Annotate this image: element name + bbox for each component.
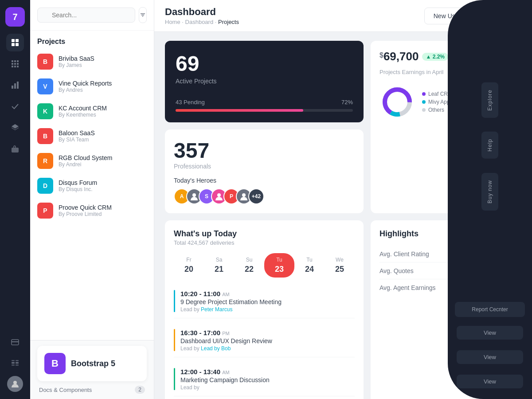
project-item[interactable]: D Disqus Forum By Disqus Inc. xyxy=(34,173,150,198)
svg-rect-20 xyxy=(12,341,19,342)
project-by: By James xyxy=(59,62,94,68)
search-wrap: 🔍 xyxy=(37,8,135,23)
sidebar-bottom: B Bootstrap 5 Docs & Components 2 xyxy=(30,340,154,399)
project-name: Disqus Forum xyxy=(59,179,97,186)
event-period: AM xyxy=(222,292,230,297)
explore-button[interactable]: Explore xyxy=(481,82,498,118)
day-name: We xyxy=(326,257,353,263)
sidebar: 🔍 Projects B Briviba SaaS By James V Vin… xyxy=(30,0,154,399)
active-projects-card: 69 Active Projects 43 Pending 72% xyxy=(165,41,364,122)
event-period: PM xyxy=(222,331,230,336)
buy-now-button[interactable]: Buy now xyxy=(481,173,498,211)
event-lead-link[interactable]: Lead by Bob xyxy=(201,345,231,352)
svg-rect-8 xyxy=(14,63,16,65)
nav-icon-chart[interactable] xyxy=(6,76,24,94)
bootstrap-card: B Bootstrap 5 xyxy=(37,346,147,381)
breadcrumb-area: Dashboard Home · Dashboard · Projects xyxy=(165,6,239,25)
help-button[interactable]: Help xyxy=(481,132,498,159)
project-item[interactable]: P Proove Quick CRM By Proove Limited xyxy=(34,198,150,223)
sidebar-header: 🔍 xyxy=(30,0,154,31)
calendar-day[interactable]: Fr 20 xyxy=(174,253,204,278)
breadcrumb-home: Home xyxy=(165,19,180,25)
sidebar-title: Projects xyxy=(30,31,154,49)
event-period: AM xyxy=(222,370,230,375)
today-title: What's up Today xyxy=(174,229,355,239)
event-item: 16:30 - 17:00 PM Dashboard UI/UX Design … xyxy=(174,324,355,357)
calendar-day[interactable]: Sa 21 xyxy=(204,253,234,278)
calendar-day[interactable]: Tu 23 xyxy=(264,253,294,278)
event-lead-link[interactable]: Peter Marcus xyxy=(201,306,232,313)
user-avatar[interactable] xyxy=(7,376,23,392)
project-by: By Proove Limited xyxy=(59,211,112,217)
event-name: 9 Degree Project Estimation Meeting xyxy=(180,298,282,305)
project-item[interactable]: R RGB Cloud System By Andrei xyxy=(34,149,150,173)
svg-rect-25 xyxy=(12,364,15,366)
earnings-badge: ▲ 2.2% xyxy=(422,53,448,61)
highlight-label: Avg. Client Rating xyxy=(379,250,429,258)
day-name: Su xyxy=(236,257,262,263)
nav-icon-check[interactable] xyxy=(6,98,24,115)
project-name: KC Account CRM xyxy=(59,105,107,112)
event-item: 12:00 - 13:40 AM Marketing Campaign Disc… xyxy=(174,363,355,396)
project-info: Baloon SaaS By SIA Team xyxy=(59,129,95,143)
active-projects-label: Active Projects xyxy=(176,78,353,85)
user-number-badge[interactable]: 7 xyxy=(5,7,25,27)
event-details: 12:00 - 13:40 AM Marketing Campaign Disc… xyxy=(180,368,270,391)
project-item[interactable]: B Briviba SaaS By James xyxy=(34,49,150,74)
nav-icon-card[interactable] xyxy=(6,333,24,351)
filter-button[interactable] xyxy=(139,7,147,23)
nav-icon-dashboard[interactable] xyxy=(6,34,24,51)
view-button-2[interactable]: View xyxy=(457,350,523,364)
project-info: RGB Cloud System By Andrei xyxy=(59,154,112,168)
nav-icon-layers[interactable] xyxy=(6,119,24,137)
svg-rect-12 xyxy=(17,66,19,67)
project-logo: K xyxy=(37,103,53,119)
earnings-amount: $69,700 xyxy=(379,50,419,63)
event-lead: Lead by Lead by Bob xyxy=(180,345,272,352)
calendar-row: Fr 20 Sa 21 Su 22 Tu 23 Tu 24 We 25 xyxy=(174,253,355,278)
highlight-label: Avg. Agent Earnings xyxy=(379,284,436,291)
svg-rect-24 xyxy=(16,362,19,364)
project-item[interactable]: K KC Account CRM By Keenthemes xyxy=(34,99,150,124)
project-info: Proove Quick CRM By Proove Limited xyxy=(59,204,112,217)
nav-icon-grid[interactable] xyxy=(6,55,24,73)
nav-icon-table[interactable] xyxy=(6,355,24,372)
project-by: By Andres xyxy=(59,87,112,93)
docs-label: Docs & Components xyxy=(39,387,92,393)
event-name: Marketing Campaign Discussion xyxy=(180,376,270,383)
svg-rect-26 xyxy=(16,364,19,366)
svg-rect-18 xyxy=(12,148,19,153)
svg-rect-0 xyxy=(12,39,15,42)
svg-rect-10 xyxy=(12,66,13,67)
view-button-1[interactable]: View xyxy=(457,326,523,340)
today-subtitle: Total 424,567 deliveries xyxy=(174,239,355,246)
day-number: 20 xyxy=(176,265,202,274)
avatars-row: ASP+42 xyxy=(174,188,355,204)
project-by: By SIA Team xyxy=(59,137,95,143)
event-time: 12:00 - 13:40 AM xyxy=(180,368,270,376)
professionals-number: 357 xyxy=(174,138,355,163)
event-time: 16:30 - 17:00 PM xyxy=(180,329,272,336)
report-center-button[interactable]: Report Cecnter xyxy=(455,302,525,317)
svg-point-36 xyxy=(242,193,246,197)
calendar-day[interactable]: Su 22 xyxy=(234,253,264,278)
nav-icon-briefcase[interactable] xyxy=(6,140,24,158)
project-item[interactable]: B Baloon SaaS By SIA Team xyxy=(34,124,150,149)
day-number: 21 xyxy=(206,265,232,274)
breadcrumb-current: Projects xyxy=(218,19,239,25)
project-item[interactable]: V Vine Quick Reports By Andres xyxy=(34,74,150,99)
events-list: 10:20 - 11:00 AM 9 Degree Project Estima… xyxy=(174,285,355,396)
day-name: Fr xyxy=(176,257,202,263)
search-input[interactable] xyxy=(37,8,135,23)
progress-info: 43 Pending 72% xyxy=(176,99,353,106)
svg-rect-21 xyxy=(12,360,15,361)
docs-row: Docs & Components 2 xyxy=(37,386,147,394)
highlight-label: Avg. Quotes xyxy=(379,267,414,274)
day-name: Tu xyxy=(296,257,323,263)
view-button-3[interactable]: View xyxy=(457,375,523,388)
calendar-day[interactable]: We 25 xyxy=(325,253,355,278)
icon-bar: 7 xyxy=(0,0,30,399)
pending-label: 43 Pending xyxy=(176,99,205,106)
calendar-day[interactable]: Tu 24 xyxy=(294,253,325,278)
svg-rect-2 xyxy=(12,43,15,46)
